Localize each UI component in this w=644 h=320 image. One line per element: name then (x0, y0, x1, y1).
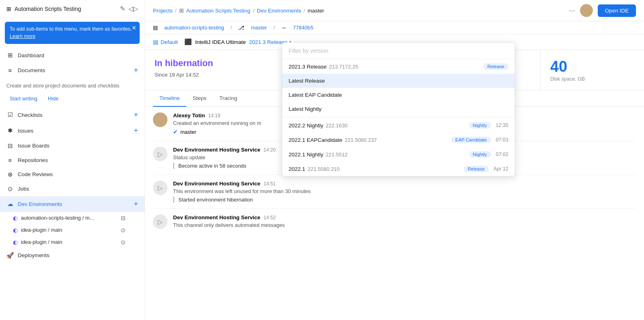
nightly-badge-6: Nightly (469, 151, 491, 158)
subnav-commit[interactable]: 77840b5 (293, 25, 314, 31)
banner-close-button[interactable]: ✕ (132, 24, 136, 32)
add-dev-environment-button[interactable]: + (134, 200, 138, 208)
sidebar-item-documents[interactable]: ≡ Documents + (0, 62, 144, 78)
dropdown-item-4[interactable]: 2022.2 Nightly222.1630 Nightly 12:35 (282, 118, 515, 133)
svg-point-3 (155, 121, 166, 127)
banner-text: To add sub-items to this menu, mark them… (10, 26, 132, 32)
sidebar-item-dashboard[interactable]: ⊞ Dashboard (0, 48, 144, 62)
sidebar-item-issue-boards[interactable]: ⊟ Issue Boards (0, 139, 144, 153)
start-writing-button[interactable]: Start writing (6, 94, 41, 103)
service-icon-2: ▷ (158, 184, 163, 192)
collapse-icon[interactable]: ◁▷ (128, 5, 138, 12)
dropdown-item-1[interactable]: Latest Release (282, 74, 515, 88)
entry-body-3: Dev Environment Hosting Service 14:52 Th… (173, 214, 636, 231)
breadcrumb-project-icon: ⊞ (179, 7, 184, 14)
service-avatar-2: ▷ (153, 181, 167, 195)
branch-icon: ⎇ (238, 25, 244, 31)
entry-name-3: Dev Environment Hosting Service (173, 214, 260, 220)
sidebar-item-issues[interactable]: ✱ Issues + (0, 123, 144, 139)
sidebar-item-label: Code Reviews (18, 171, 138, 177)
dropdown-item-time-6: 07:02 (496, 152, 508, 157)
dropdown-item-name-2: Latest EAP Candidate (289, 92, 508, 98)
subnav-branch[interactable]: master (251, 25, 267, 31)
hide-button[interactable]: Hide (45, 94, 62, 103)
sidebar-item-label: Dev Environments (18, 201, 130, 207)
service-avatar-3: ▷ (153, 214, 167, 229)
dropdown-item-name-6: 2022.1 Nightly221.5512 (289, 152, 464, 158)
sub-item-icon-2: ⊙ (121, 239, 126, 245)
entry-time-2: 14:51 (264, 181, 276, 187)
sidebar-title: Automation Scripts Testing (14, 6, 117, 12)
tab-tracing[interactable]: Tracing (213, 90, 244, 107)
idebar-default[interactable]: ▤ Default (153, 39, 178, 45)
dropdown-item-0[interactable]: 2021.3 Release213.7172.25 Release (282, 59, 515, 74)
add-issue-button[interactable]: + (134, 127, 138, 135)
version-filter-input[interactable] (289, 48, 508, 54)
sub-item-label: idea-plugin / main (21, 239, 118, 245)
sidebar-item-checklists[interactable]: ☑ Checklists + (0, 107, 144, 123)
banner-learn-more-link[interactable]: Learn more (10, 33, 35, 39)
sidebar: ⊞ Automation Scripts Testing ✎ ◁▷ To add… (0, 0, 145, 320)
dropdown-item-3[interactable]: Latest Nightly (282, 102, 515, 116)
release-badge-0: Release (483, 63, 508, 70)
tab-timeline[interactable]: Timeline (153, 90, 186, 107)
sidebar-item-repositories[interactable]: ≡ Repositories (0, 153, 144, 167)
sub-item-icon-1: ⊙ (121, 227, 126, 233)
subnav-sep-2: / (273, 25, 275, 31)
breadcrumb-project[interactable]: Automation Scripts Testing (186, 8, 251, 14)
dropdown-item-time-5: 07:03 (496, 137, 508, 143)
breadcrumb-projects[interactable]: Projects (153, 8, 173, 14)
disk-card: 40 Disk space, GB (541, 50, 644, 90)
entry-time-0: 14:19 (208, 113, 220, 118)
breadcrumb-current: master (308, 8, 324, 14)
code-reviews-icon: ⊗ (6, 171, 14, 178)
breadcrumb-sep-1: / (175, 8, 177, 14)
person-icon: ▤ (153, 39, 158, 45)
dashboard-icon: ⊞ (6, 52, 14, 59)
idebar-ide-selector[interactable]: ⬛ IntelliJ IDEA Ultimate 2021.3 Release … (184, 38, 292, 46)
dropdown-item-5[interactable]: 2022.1 EAPCandidate221.5080.237 EAP Cand… (282, 133, 515, 147)
dropdown-item-6[interactable]: 2022.1 Nightly221.5512 Nightly 07:02 (282, 147, 515, 162)
open-ide-button[interactable]: Open IDE (598, 4, 636, 17)
sub-item-automation[interactable]: ◐ automation-scripts-testing / m... ⊟ (0, 212, 144, 224)
add-document-button[interactable]: + (134, 66, 138, 75)
ide-version-text: 2021.3 Release (249, 39, 287, 45)
service-icon-3: ▷ (158, 218, 163, 226)
topbar: Projects / ⊞ Automation Scripts Testing … (145, 0, 644, 21)
breadcrumb-section[interactable]: Dev Environments (257, 8, 301, 14)
tab-steps[interactable]: Steps (186, 90, 213, 107)
ide-name: IntelliJ IDEA Ultimate (195, 39, 246, 45)
dropdown-item-7[interactable]: 2022.1221.5080.210 Release Apr 12 (282, 162, 515, 176)
user-avatar[interactable] (580, 4, 593, 17)
sidebar-item-jobs[interactable]: ⊙ Jobs (0, 182, 144, 196)
subnav-repo[interactable]: automation-scripts-testing (164, 25, 224, 31)
crescent-icon-2: ◐ (13, 239, 18, 245)
dropdown-item-time-4: 12:35 (496, 123, 508, 128)
check-icon: ✔ (173, 129, 178, 135)
disk-label: Disk space, GB (550, 76, 634, 82)
dev-environments-icon: ☁ (6, 200, 14, 208)
edit-icon[interactable]: ✎ (120, 5, 125, 12)
sidebar-item-code-reviews[interactable]: ⊗ Code Reviews (0, 167, 144, 182)
sub-item-idea-2[interactable]: ◐ idea-plugin / main ⊙ (0, 236, 144, 248)
checklists-icon: ☑ (6, 111, 14, 118)
sidebar-item-dev-environments[interactable]: ☁ Dev Environments + (0, 196, 144, 212)
sub-item-idea-1[interactable]: ◐ idea-plugin / main ⊙ (0, 224, 144, 236)
sub-item-icon-0: ⊟ (121, 215, 126, 221)
dropdown-item-2[interactable]: Latest EAP Candidate (282, 88, 515, 102)
deployments-icon: 🚀 (6, 252, 14, 259)
entry-name-1: Dev Environment Hosting Service (173, 147, 260, 153)
branch-name: master (180, 129, 196, 135)
entry-highlight-2: Started environment hibernation (173, 197, 636, 203)
breadcrumb-sep-3: / (303, 8, 305, 14)
svg-point-2 (157, 115, 163, 121)
dropdown-divider (282, 117, 515, 117)
sub-item-label: automation-scripts-testing / m... (21, 215, 118, 221)
crescent-icon-0: ◐ (13, 215, 18, 221)
add-checklist-button[interactable]: + (134, 111, 138, 119)
more-actions-button[interactable]: ··· (569, 6, 575, 15)
entry-name-0: Alexey Totin (173, 112, 205, 118)
sidebar-item-label: Documents (18, 67, 130, 73)
dropdown-item-time-7: Apr 12 (493, 166, 508, 172)
sidebar-item-deployments[interactable]: 🚀 Deployments (0, 248, 144, 263)
